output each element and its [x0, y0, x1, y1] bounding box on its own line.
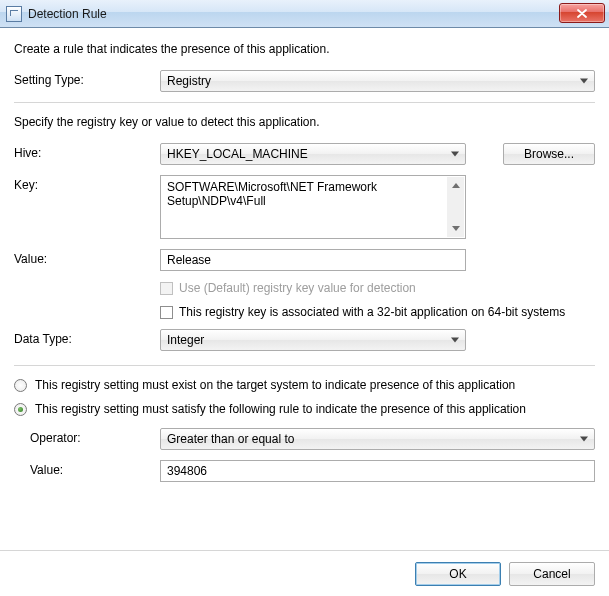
- radio-must-exist-label: This registry setting must exist on the …: [35, 378, 515, 392]
- value-text: Release: [167, 253, 211, 267]
- ok-button-label: OK: [449, 567, 466, 581]
- key-value: SOFTWARE\Microsoft\NET Framework Setup\N…: [167, 180, 377, 208]
- data-type-value: Integer: [167, 333, 204, 347]
- browse-button-label: Browse...: [524, 147, 574, 161]
- dialog-content: Create a rule that indicates the presenc…: [0, 28, 609, 506]
- use-default-checkbox: [160, 282, 173, 295]
- separator: [14, 102, 595, 103]
- assoc-32bit-checkbox[interactable]: [160, 306, 173, 319]
- data-type-select[interactable]: Integer: [160, 329, 466, 351]
- operator-value: Greater than or equal to: [167, 432, 294, 446]
- window-title: Detection Rule: [28, 7, 107, 21]
- operator-label: Operator:: [30, 428, 160, 445]
- assoc-32bit-label: This registry key is associated with a 3…: [179, 305, 565, 319]
- setting-type-select[interactable]: Registry: [160, 70, 595, 92]
- browse-button[interactable]: Browse...: [503, 143, 595, 165]
- intro-text: Create a rule that indicates the presenc…: [14, 42, 595, 56]
- chevron-down-icon: [580, 79, 588, 84]
- radio-must-satisfy[interactable]: [14, 403, 27, 416]
- chevron-down-icon: [451, 152, 459, 157]
- rule-value-label: Value:: [30, 460, 160, 477]
- registry-section-desc: Specify the registry key or value to det…: [14, 115, 595, 129]
- data-type-label: Data Type:: [14, 329, 160, 346]
- hive-label: Hive:: [14, 143, 160, 160]
- app-icon: [6, 6, 22, 22]
- dialog-footer: OK Cancel: [0, 550, 609, 596]
- key-label: Key:: [14, 175, 160, 192]
- chevron-down-icon: [451, 338, 459, 343]
- scroll-down-icon[interactable]: [447, 220, 464, 237]
- hive-select[interactable]: HKEY_LOCAL_MACHINE: [160, 143, 466, 165]
- rule-value-input[interactable]: 394806: [160, 460, 595, 482]
- chevron-down-icon: [580, 437, 588, 442]
- key-textarea[interactable]: SOFTWARE\Microsoft\NET Framework Setup\N…: [160, 175, 466, 239]
- close-icon: [577, 9, 587, 18]
- radio-must-exist[interactable]: [14, 379, 27, 392]
- cancel-button-label: Cancel: [533, 567, 570, 581]
- radio-must-satisfy-label: This registry setting must satisfy the f…: [35, 402, 526, 416]
- ok-button[interactable]: OK: [415, 562, 501, 586]
- title-bar: Detection Rule: [0, 0, 609, 28]
- rule-value-text: 394806: [167, 464, 207, 478]
- cancel-button[interactable]: Cancel: [509, 562, 595, 586]
- setting-type-value: Registry: [167, 74, 211, 88]
- separator: [14, 365, 595, 366]
- setting-type-label: Setting Type:: [14, 70, 160, 87]
- scroll-up-icon[interactable]: [447, 177, 464, 194]
- scrollbar[interactable]: [447, 177, 464, 237]
- hive-value: HKEY_LOCAL_MACHINE: [167, 147, 308, 161]
- value-input[interactable]: Release: [160, 249, 466, 271]
- value-label: Value:: [14, 249, 160, 266]
- use-default-label: Use (Default) registry key value for det…: [179, 281, 416, 295]
- close-button[interactable]: [559, 3, 605, 23]
- operator-select[interactable]: Greater than or equal to: [160, 428, 595, 450]
